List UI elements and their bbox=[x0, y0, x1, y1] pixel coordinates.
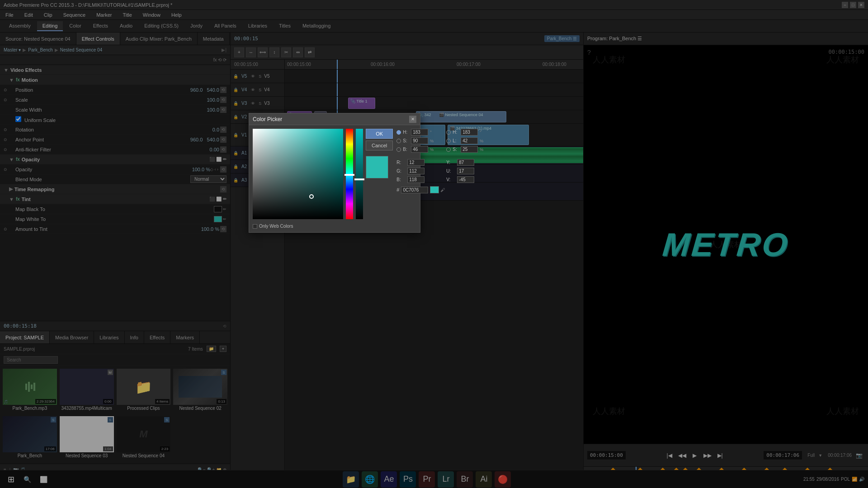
y-row: Y: bbox=[446, 159, 487, 166]
h-row: H: ° bbox=[396, 129, 437, 136]
h-radio[interactable] bbox=[396, 130, 401, 135]
b-radio[interactable] bbox=[396, 147, 401, 152]
v-label: V: bbox=[446, 177, 455, 182]
s2-label: S: bbox=[453, 147, 459, 152]
s-row: S: % bbox=[396, 137, 437, 144]
s2-row: S: % bbox=[446, 146, 487, 153]
dialog-body: OK Cancel Only Web Colors bbox=[249, 125, 420, 232]
alpha-slider[interactable] bbox=[356, 129, 363, 219]
b-input[interactable] bbox=[411, 146, 428, 153]
h2-unit: ° bbox=[480, 130, 487, 135]
dialog-close-button[interactable]: ✕ bbox=[409, 116, 416, 123]
cv-spacer bbox=[396, 155, 437, 157]
h-unit: ° bbox=[430, 130, 437, 135]
b-row: B: % bbox=[396, 146, 437, 153]
r-input[interactable] bbox=[407, 159, 425, 166]
v-input[interactable] bbox=[457, 176, 474, 183]
color-picker-controls: OK Cancel bbox=[253, 129, 393, 219]
h2-input[interactable] bbox=[461, 129, 478, 136]
alpha-slider-container bbox=[356, 129, 363, 219]
color-picker-left: OK Cancel Only Web Colors bbox=[253, 129, 393, 229]
dialog-titlebar: Color Picker ✕ bbox=[249, 113, 420, 125]
b2-input[interactable] bbox=[407, 176, 425, 183]
gradient-background bbox=[253, 129, 343, 219]
s2-input[interactable] bbox=[461, 146, 478, 153]
y-label: Y: bbox=[446, 160, 455, 165]
r-label: R: bbox=[396, 160, 406, 165]
h2-label: H: bbox=[453, 130, 459, 135]
color-preview-box bbox=[366, 156, 388, 178]
b-label: B: bbox=[403, 147, 409, 152]
g-input[interactable] bbox=[407, 168, 425, 174]
color-values-columns: H: ° S: % bbox=[396, 129, 487, 183]
s2-unit: % bbox=[480, 147, 487, 152]
l-unit: % bbox=[480, 139, 487, 143]
b2-label: B: bbox=[396, 177, 406, 182]
h-input[interactable] bbox=[411, 129, 428, 136]
l-row: L: % bbox=[446, 137, 487, 144]
h2-row: H: ° bbox=[446, 129, 487, 136]
only-web-colors-checkbox[interactable] bbox=[253, 224, 257, 229]
hex-row: # 🖋 bbox=[396, 186, 487, 193]
color-picker-dialog: Color Picker ✕ bbox=[249, 113, 420, 233]
hex-pick-icon[interactable]: 🖋 bbox=[441, 188, 445, 192]
u-label: U: bbox=[446, 169, 455, 174]
s-radio[interactable] bbox=[396, 139, 401, 143]
only-web-colors-label: Only Web Colors bbox=[259, 224, 293, 229]
yuv-column: H: ° L: % bbox=[446, 129, 487, 183]
color-preview-area bbox=[366, 156, 393, 182]
g-row: G: bbox=[396, 168, 437, 174]
dialog-title: Color Picker bbox=[253, 116, 282, 122]
hsb-column: H: ° S: % bbox=[396, 129, 437, 183]
yuv-spacer bbox=[446, 155, 487, 157]
color-values-panel: H: ° S: % bbox=[396, 129, 487, 229]
l-input[interactable] bbox=[461, 137, 478, 144]
only-web-colors-row: Only Web Colors bbox=[253, 224, 393, 229]
v-row: V: bbox=[446, 176, 487, 183]
b-unit: % bbox=[430, 147, 437, 152]
r-row: R: bbox=[396, 159, 437, 166]
l-label: L: bbox=[453, 138, 459, 143]
hue-slider-container bbox=[346, 129, 353, 219]
l-radio[interactable] bbox=[446, 139, 451, 143]
s-input[interactable] bbox=[411, 137, 428, 144]
hex-input[interactable] bbox=[401, 187, 428, 193]
y-input[interactable] bbox=[457, 159, 474, 166]
hue-slider[interactable] bbox=[346, 129, 353, 219]
cancel-button[interactable]: Cancel bbox=[366, 141, 393, 150]
hex-label: # bbox=[396, 187, 399, 192]
h2-radio[interactable] bbox=[446, 130, 451, 135]
hex-swatch[interactable] bbox=[430, 186, 439, 193]
s-unit: % bbox=[430, 139, 437, 143]
b2-row: B: bbox=[396, 176, 437, 183]
u-row: U: bbox=[446, 168, 487, 174]
g-label: G: bbox=[396, 169, 406, 174]
s-label: S: bbox=[403, 138, 409, 143]
u-input[interactable] bbox=[457, 168, 474, 174]
dialog-buttons: OK Cancel bbox=[366, 129, 393, 219]
s2-radio[interactable] bbox=[446, 147, 451, 152]
color-gradient-picker[interactable] bbox=[253, 129, 343, 219]
color-picker-overlay: Color Picker ✕ bbox=[0, 0, 868, 488]
h-label: H: bbox=[403, 130, 409, 135]
ok-button[interactable]: OK bbox=[366, 129, 393, 139]
